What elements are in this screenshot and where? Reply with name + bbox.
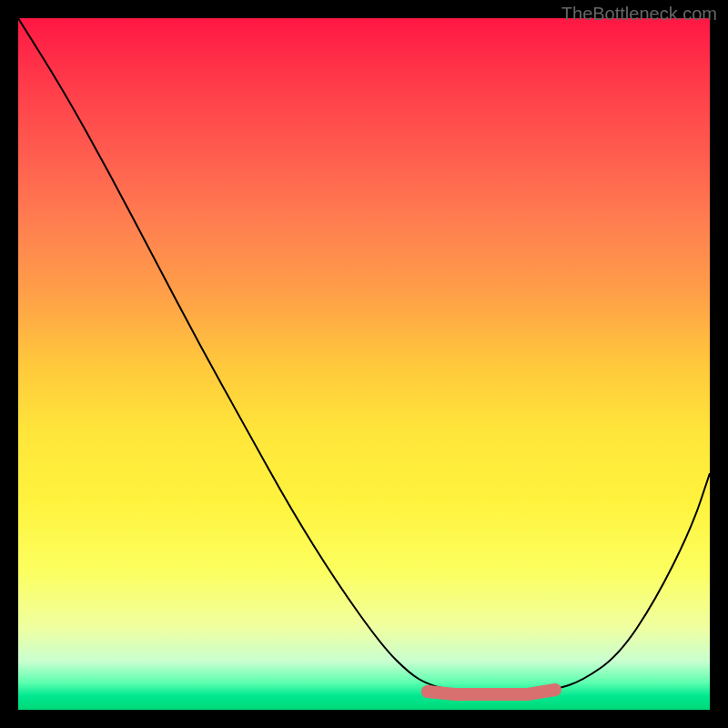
segment-start-dot [421,685,434,698]
watermark-text: TheBottleneck.com [561,4,717,25]
chart-area [18,18,710,710]
main-curve-line [18,18,710,693]
bottom-highlight-segment [428,690,555,694]
chart-svg [18,18,710,710]
